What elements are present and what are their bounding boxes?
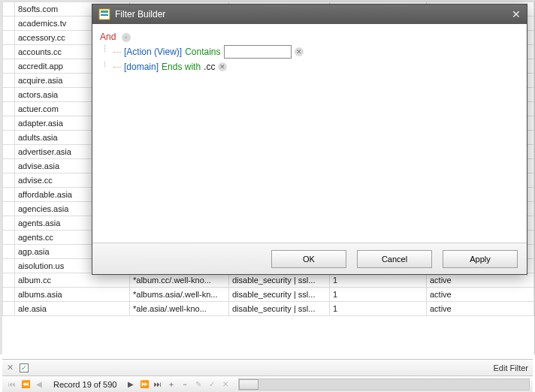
row-selector[interactable] <box>3 116 15 131</box>
filter-bar: ✕ ✓ Edit Filter <box>2 359 533 375</box>
row-selector[interactable] <box>3 159 15 173</box>
row-selector[interactable] <box>3 74 15 88</box>
dialog-body: And ◦ [Action (View)] Contains ✕ [domain… <box>92 24 527 243</box>
row-selector[interactable] <box>3 216 15 231</box>
row-selector[interactable] <box>3 102 15 116</box>
row-selector[interactable] <box>3 245 15 259</box>
condition-operator[interactable]: Contains <box>185 47 220 57</box>
tree-connector <box>113 52 121 53</box>
filter-enabled-checkbox[interactable]: ✓ <box>20 363 29 372</box>
row-selector[interactable] <box>3 59 15 74</box>
cell-domain[interactable]: album.cc <box>15 273 130 288</box>
filter-builder-icon <box>98 8 110 20</box>
tree-connector <box>113 67 121 68</box>
row-selector[interactable] <box>3 259 15 273</box>
ok-button[interactable]: OK <box>271 250 346 268</box>
scrollbar-thumb[interactable] <box>239 379 258 390</box>
row-selector[interactable] <box>3 288 15 302</box>
nav-prev-page-icon[interactable]: ⏪ <box>19 378 32 390</box>
dialog-title: Filter Builder <box>115 9 165 20</box>
row-selector[interactable] <box>3 302 15 316</box>
row-selector[interactable] <box>3 188 15 202</box>
svg-rect-2 <box>101 14 108 16</box>
cell-c2[interactable]: *ale.asia/.well-kno... <box>130 302 229 316</box>
row-selector[interactable] <box>3 31 15 45</box>
table-row[interactable]: albums.asia*albums.asia/.well-kn...disab… <box>3 288 534 302</box>
nav-delete-icon[interactable]: － <box>178 378 192 390</box>
close-icon[interactable]: ✕ <box>512 8 521 20</box>
nav-next-icon[interactable]: ▶ <box>124 378 138 390</box>
row-selector[interactable] <box>3 173 15 188</box>
table-row[interactable]: ale.asia*ale.asia/.well-kno...disable_se… <box>3 302 534 316</box>
row-selector[interactable] <box>3 273 15 288</box>
clear-filter-icon[interactable]: ✕ <box>7 363 14 372</box>
table-row[interactable]: album.cc*album.cc/.well-kno...disable_se… <box>3 273 534 288</box>
condition-operator[interactable]: Ends with <box>162 62 201 72</box>
nav-last-icon[interactable]: ⏭ <box>151 378 165 390</box>
nav-cancel-icon[interactable]: ✕ <box>219 378 232 390</box>
edit-filter-link[interactable]: Edit Filter <box>494 363 528 372</box>
svg-rect-1 <box>101 11 108 13</box>
row-selector[interactable] <box>3 88 15 102</box>
nav-commit-icon[interactable]: ✓ <box>205 378 219 390</box>
cell-c3[interactable]: disable_security | ssl... <box>229 302 330 316</box>
condition-row: [domain] Ends with .cc ✕ <box>113 62 519 72</box>
nav-prev-icon[interactable]: ◀ <box>32 378 46 390</box>
horizontal-scrollbar[interactable] <box>238 378 530 390</box>
record-indicator: Record 19 of 590 <box>46 380 124 389</box>
cell-domain[interactable]: albums.asia <box>15 288 130 302</box>
nav-add-icon[interactable]: ＋ <box>165 378 178 390</box>
row-selector[interactable] <box>3 202 15 216</box>
cell-c4[interactable]: 1 <box>330 273 427 288</box>
cell-c4[interactable]: 1 <box>330 288 427 302</box>
row-selector[interactable] <box>3 45 15 59</box>
root-operator[interactable]: And <box>100 32 116 42</box>
cell-c3[interactable]: disable_security | ssl... <box>229 273 330 288</box>
dialog-footer: OK Cancel Apply <box>92 243 527 274</box>
condition-row: [Action (View)] Contains ✕ <box>113 45 519 59</box>
nav-next-page-icon[interactable]: ⏩ <box>138 378 151 390</box>
navigator-bar: ⏮ ⏪ ◀ Record 19 of 590 ▶ ⏩ ⏭ ＋ － ✎ ✓ ✕ <box>2 375 533 392</box>
condition-value-input[interactable] <box>224 45 292 59</box>
cell-c5[interactable]: active <box>427 288 534 302</box>
condition-field[interactable]: [domain] <box>124 62 159 72</box>
nav-first-icon[interactable]: ⏮ <box>5 378 19 390</box>
cell-c5[interactable]: active <box>427 273 534 288</box>
row-selector[interactable] <box>3 131 15 145</box>
condition-field[interactable]: [Action (View)] <box>124 47 182 57</box>
remove-condition-icon[interactable]: ✕ <box>295 47 304 56</box>
row-selector[interactable] <box>3 145 15 159</box>
cell-c3[interactable]: disable_security | ssl... <box>229 288 330 302</box>
cell-c2[interactable]: *album.cc/.well-kno... <box>130 273 229 288</box>
row-selector[interactable] <box>3 17 15 31</box>
cancel-button[interactable]: Cancel <box>357 250 432 268</box>
row-selector[interactable] <box>3 231 15 245</box>
cell-c5[interactable]: active <box>427 302 534 316</box>
remove-condition-icon[interactable]: ✕ <box>218 62 227 71</box>
add-condition-icon[interactable]: ◦ <box>122 33 131 42</box>
cell-c2[interactable]: *albums.asia/.well-kn... <box>130 288 229 302</box>
condition-value[interactable]: .cc <box>204 62 215 72</box>
cell-domain[interactable]: ale.asia <box>15 302 130 316</box>
dialog-titlebar[interactable]: Filter Builder ✕ <box>92 5 527 24</box>
cell-c4[interactable]: 1 <box>330 302 427 316</box>
nav-edit-icon[interactable]: ✎ <box>192 378 205 390</box>
row-selector[interactable] <box>3 2 15 17</box>
apply-button[interactable]: Apply <box>443 250 518 268</box>
filter-builder-dialog: Filter Builder ✕ And ◦ [Action (View)] C… <box>92 4 527 275</box>
